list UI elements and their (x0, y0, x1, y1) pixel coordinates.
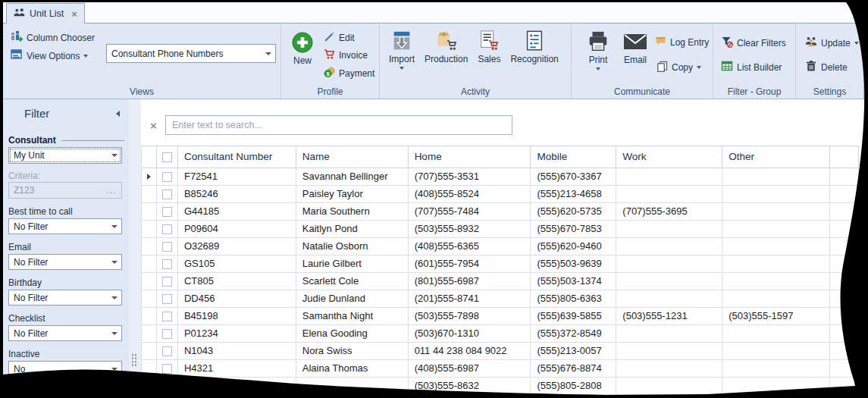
row-checkbox[interactable] (162, 381, 172, 391)
table-row[interactable]: B45198Samantha Night(503)555-7898(555)63… (141, 308, 859, 325)
column-chooser-button[interactable]: Column Chooser (11, 30, 95, 45)
grid-body: F72541Savannah Bellinger(707)555-3531(55… (141, 168, 859, 395)
chevron-down-icon (111, 154, 118, 157)
cell-name: Natalie Osborn (296, 238, 409, 255)
row-checkbox[interactable] (162, 346, 172, 356)
collapse-panel-icon[interactable] (116, 111, 120, 117)
payment-coins-icon: $ (324, 67, 335, 80)
column-header-mobile[interactable]: Mobile (531, 146, 616, 168)
import-label: Import (389, 54, 415, 64)
filter-field-value: No Filter (14, 257, 108, 268)
print-button[interactable]: Print (584, 29, 613, 71)
table-row[interactable]: H4321Alaina Thomas(408)555-6987(555)676-… (141, 360, 859, 378)
payment-button[interactable]: $ Payment (324, 67, 374, 80)
select-all-checkbox[interactable] (162, 152, 172, 162)
ribbon-group-views: Column Chooser View Options Consultant P… (3, 24, 281, 99)
search-clear-icon[interactable]: × (150, 120, 157, 131)
filter-field-combobox[interactable]: No Filter (8, 290, 122, 306)
ellipsis-button[interactable]: ... (107, 185, 117, 196)
table-row[interactable]: (503)555-8632(555)805-2808 (141, 378, 859, 395)
filter-field-combobox[interactable]: No (8, 361, 122, 377)
log-entry-button[interactable]: Log Entry (655, 36, 709, 49)
close-icon[interactable]: × (71, 8, 77, 20)
table-row[interactable]: P09604Kaitlyn Pond(503)555-8932(555)670-… (141, 221, 859, 238)
recognition-button[interactable]: Recognition (510, 28, 558, 64)
table-row[interactable]: CT805Scarlett Cole(801)555-6987(555)503-… (141, 273, 859, 290)
view-selector-combobox[interactable]: Consultant Phone Numbers (106, 44, 276, 63)
email-button[interactable]: Email (619, 29, 652, 65)
list-builder-label: List Builder (737, 62, 782, 73)
row-checkbox-cell (157, 203, 178, 220)
chevron-down-icon (111, 225, 118, 228)
cell-number: P09604 (178, 221, 296, 237)
chevron-down-icon (596, 67, 600, 71)
filter-field-combobox[interactable]: No Filter (8, 325, 122, 341)
cell-work (616, 186, 722, 202)
table-row[interactable]: DD456Judie Dunland(201)555-8741(555)805-… (141, 290, 859, 308)
cell-extra (830, 308, 859, 324)
search-input[interactable] (165, 115, 512, 135)
column-header-name[interactable]: Name (296, 146, 409, 168)
row-checkbox[interactable] (162, 224, 172, 234)
tab-unit-list[interactable]: Unit List × (6, 3, 85, 24)
filter-field-combobox[interactable]: No Filter (8, 254, 122, 270)
view-options-icon (11, 49, 23, 63)
header-extra-cell (830, 146, 859, 168)
list-builder-button[interactable]: List Builder (721, 60, 782, 74)
column-header-other[interactable]: Other (722, 146, 830, 168)
column-header-consultant-number[interactable]: Consultant Number (178, 146, 296, 168)
sales-button[interactable]: Sales (478, 28, 500, 64)
row-checkbox[interactable] (162, 277, 172, 287)
clear-filters-button[interactable]: Clear Filters (721, 36, 786, 50)
column-header-work[interactable]: Work (616, 146, 722, 168)
filter-field-combobox[interactable]: No Filter (8, 218, 122, 234)
cell-extra (830, 186, 859, 202)
row-checkbox[interactable] (162, 259, 172, 269)
new-label: New (293, 55, 312, 66)
cell-extra (830, 273, 859, 290)
table-row[interactable]: GS105Laurie Gilbert(601)555-7954(555)503… (141, 255, 859, 273)
copy-button[interactable]: Copy (656, 61, 701, 74)
edit-button[interactable]: Edit (324, 31, 355, 45)
invoice-button[interactable]: Invoice (324, 49, 368, 62)
row-checkbox[interactable] (162, 242, 172, 252)
column-header-home[interactable]: Home (409, 146, 531, 168)
filter-field-checklist: ChecklistNo Filter (8, 313, 122, 341)
cell-number: DD456 (178, 290, 296, 307)
cell-extra (830, 343, 859, 359)
view-options-button[interactable]: View Options (11, 49, 88, 63)
update-button[interactable]: Update (805, 36, 859, 50)
row-checkbox[interactable] (162, 312, 172, 321)
row-checkbox-cell (157, 186, 178, 202)
email-envelope-icon (623, 29, 647, 55)
delete-button[interactable]: Delete (805, 60, 848, 74)
ribbon: Column Chooser View Options Consultant P… (3, 23, 864, 99)
row-checkbox[interactable] (162, 329, 172, 339)
row-checkbox[interactable] (162, 190, 172, 199)
row-indicator-cell (142, 186, 157, 202)
cell-name: Alaina Thomas (296, 360, 409, 377)
group-label-profile: Profile (281, 86, 379, 97)
row-checkbox[interactable] (162, 364, 172, 374)
row-checkbox[interactable] (162, 294, 172, 304)
tab-strip: Unit List × (3, 2, 864, 23)
table-row[interactable]: G44185Maria Southern(707)555-7484(555)62… (141, 203, 859, 221)
criteria-input[interactable]: Z123 ... (8, 182, 122, 199)
row-checkbox[interactable] (162, 207, 172, 217)
row-checkbox[interactable] (162, 172, 172, 182)
table-row[interactable]: P01234Elena Gooding(503)670-1310(555)372… (141, 325, 859, 343)
selected-row-arrow-icon (147, 174, 151, 180)
row-checkbox-cell (157, 273, 178, 290)
table-row[interactable]: N1043Nora Swiss011 44 238 084 9022(555)2… (141, 343, 859, 360)
splitter-grip-icon[interactable] (131, 353, 137, 367)
table-row[interactable]: B85246Paisley Taylor(408)555-8524(555)21… (141, 186, 859, 203)
cell-number: H4321 (178, 360, 296, 377)
import-button[interactable]: Import (389, 28, 415, 70)
consultant-filter-combobox[interactable]: My Unit (8, 147, 122, 164)
production-button[interactable]: Production (425, 28, 468, 64)
new-button[interactable]: New (287, 30, 318, 66)
table-row[interactable]: F72541Savannah Bellinger(707)555-3531(55… (141, 168, 859, 186)
cell-name: Paisley Taylor (296, 186, 409, 202)
table-row[interactable]: O32689Natalie Osborn(408)555-6365(555)62… (141, 238, 859, 255)
cell-other (722, 168, 830, 185)
